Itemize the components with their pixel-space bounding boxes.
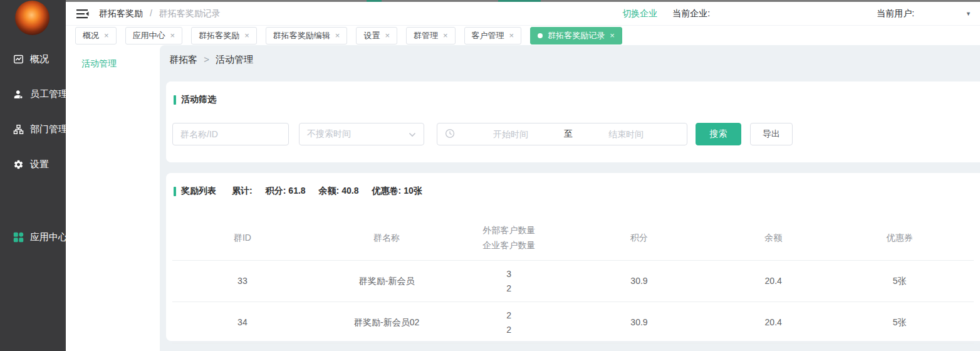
breadcrumb-parent[interactable]: 群拓客奖励 — [99, 8, 143, 18]
close-icon[interactable]: × — [610, 31, 615, 39]
sidebar-item-settings[interactable]: 设置 — [13, 159, 49, 170]
close-icon[interactable]: × — [385, 31, 390, 39]
sidebar-item-app-center[interactable]: 应用中心 — [13, 231, 68, 243]
col-group-name: 群名称 — [313, 215, 461, 261]
breadcrumb: 群拓客奖励 / 群拓客奖励记录 — [99, 8, 221, 19]
window-edge-accent — [367, 0, 382, 2]
col-group-id: 群ID — [172, 215, 313, 261]
close-icon[interactable]: × — [244, 31, 249, 39]
close-icon[interactable]: × — [170, 31, 175, 39]
rewards-list-card: 奖励列表 累计: 积分:61.8 余额:40.8 优惠卷:10张 群ID 群名称 — [166, 173, 980, 341]
summary-coupons: 优惠卷:10张 — [372, 186, 422, 197]
section-accent-bar — [174, 95, 176, 105]
window-edge-accent — [498, 0, 541, 2]
col-points: 积分 — [557, 215, 721, 261]
page-content: 群拓客 > 活动管理 活动筛选 不搜索时间 — [160, 45, 980, 351]
cell-points: 30.9 — [557, 302, 721, 343]
tab-group-rewards[interactable]: 群拓客奖励× — [191, 27, 257, 45]
table-row: 34 群奖励-新会员02 2 2 30.9 20.4 5张 — [172, 302, 974, 343]
cell-balance: 20.4 — [721, 302, 825, 343]
rewards-table: 群ID 群名称 外部客户数量 企业客户数量 积分 余额 优惠券 33 — [172, 215, 974, 343]
chevron-down-icon — [409, 129, 416, 139]
active-dot-icon — [538, 33, 543, 38]
tab-customer-management[interactable]: 客户管理× — [464, 27, 522, 45]
list-title: 奖励列表 — [181, 186, 216, 197]
end-time-input[interactable] — [573, 128, 679, 140]
tab-app-center[interactable]: 应用中心× — [125, 27, 183, 45]
page-breadcrumb-current: 活动管理 — [216, 54, 253, 65]
table-header-row: 群ID 群名称 外部客户数量 企业客户数量 积分 余额 优惠券 — [172, 215, 974, 261]
group-name-input[interactable] — [172, 123, 289, 145]
submenu-item-activity-management[interactable]: 活动管理 — [66, 58, 160, 70]
sidebar-item-label: 设置 — [30, 159, 49, 170]
apps-grid-icon — [13, 232, 24, 243]
close-icon[interactable]: × — [335, 31, 340, 39]
switch-company-link[interactable]: 切换企业 — [622, 8, 657, 19]
gear-icon — [13, 159, 24, 170]
summary-balance: 余额:40.8 — [319, 186, 359, 197]
tab-overview[interactable]: 概况× — [75, 27, 117, 45]
employee-icon — [13, 89, 24, 100]
export-button[interactable]: 导出 — [750, 123, 793, 145]
time-type-select[interactable]: 不搜索时间 — [299, 123, 424, 145]
sidebar: 概况 员工管理 部门管理 设置 应用中心 — [0, 0, 66, 351]
secondary-sidebar: 活动管理 — [66, 45, 160, 351]
sidebar-item-label: 概况 — [30, 53, 49, 65]
filter-row: 不搜索时间 至 搜索 导出 — [172, 123, 980, 145]
cell-group-id: 33 — [172, 261, 313, 302]
sidebar-item-overview[interactable]: 概况 — [13, 53, 49, 65]
workspace: 活动管理 群拓客 > 活动管理 活动筛选 不搜索时间 — [66, 45, 980, 351]
sidebar-item-departments[interactable]: 部门管理 — [13, 123, 68, 135]
chevron-down-icon[interactable]: ▼ — [966, 11, 971, 17]
range-separator: 至 — [564, 128, 573, 140]
tab-settings[interactable]: 设置× — [356, 27, 397, 45]
cell-customer-counts: 3 2 — [461, 261, 556, 302]
filter-section-head: 活动筛选 — [166, 81, 980, 105]
summary-points: 积分:61.8 — [266, 186, 306, 197]
table-row: 33 群奖励-新会员 3 2 30.9 20.4 5张 — [172, 261, 974, 302]
sidebar-item-label: 部门管理 — [30, 123, 68, 135]
col-coupons: 优惠券 — [825, 215, 974, 261]
list-section-head: 奖励列表 累计: 积分:61.8 余额:40.8 优惠卷:10张 — [166, 173, 980, 197]
cell-customer-counts: 2 2 — [461, 302, 556, 343]
sidebar-item-label: 应用中心 — [30, 231, 68, 243]
sidebar-item-label: 员工管理 — [30, 88, 68, 100]
close-icon[interactable]: × — [443, 31, 448, 39]
page-breadcrumb: 群拓客 > 活动管理 — [169, 54, 980, 66]
time-type-select-value: 不搜索时间 — [307, 128, 351, 140]
page-breadcrumb-separator: > — [204, 54, 209, 65]
tab-bar: 概况× 应用中心× 群拓客奖励× 群拓客奖励编辑× 设置× 群管理× 客户管理×… — [66, 26, 980, 45]
top-header: 群拓客奖励 / 群拓客奖励记录 切换企业 当前企业: 当前用户: ▼ — [66, 2, 980, 26]
current-company-label: 当前企业: — [672, 8, 710, 19]
department-icon — [13, 124, 24, 135]
avatar[interactable] — [15, 1, 50, 35]
clock-icon — [445, 128, 455, 140]
cell-coupons: 5张 — [825, 302, 974, 343]
cell-balance: 20.4 — [721, 261, 825, 302]
col-balance: 余额 — [721, 215, 825, 261]
filter-title: 活动筛选 — [181, 94, 216, 105]
collapse-menu-icon[interactable] — [76, 9, 89, 19]
window-edge — [0, 0, 980, 2]
cell-group-id: 34 — [172, 302, 313, 343]
col-customer-counts: 外部客户数量 企业客户数量 — [461, 215, 556, 261]
sidebar-item-employees[interactable]: 员工管理 — [13, 88, 68, 100]
chart-icon — [13, 54, 24, 65]
cell-group-name: 群奖励-新会员02 — [313, 302, 461, 343]
cell-group-name: 群奖励-新会员 — [313, 261, 461, 302]
close-icon[interactable]: × — [509, 31, 514, 39]
header-right: 切换企业 当前企业: 当前用户: ▼ — [622, 8, 980, 19]
search-button[interactable]: 搜索 — [696, 123, 741, 145]
tab-group-management[interactable]: 群管理× — [406, 27, 456, 45]
cell-points: 30.9 — [557, 261, 721, 302]
tab-group-rewards-edit[interactable]: 群拓客奖励编辑× — [266, 27, 348, 45]
section-accent-bar — [174, 187, 176, 196]
filter-card: 活动筛选 不搜索时间 至 搜索 — [166, 81, 980, 162]
start-time-input[interactable] — [457, 128, 564, 140]
breadcrumb-separator: / — [150, 8, 152, 18]
tab-group-reward-records-active[interactable]: 群拓客奖励记录× — [530, 27, 622, 45]
page-breadcrumb-parent[interactable]: 群拓客 — [169, 54, 197, 65]
date-range-picker[interactable]: 至 — [437, 123, 687, 145]
close-icon[interactable]: × — [104, 31, 109, 39]
current-user-label: 当前用户: — [877, 8, 914, 19]
